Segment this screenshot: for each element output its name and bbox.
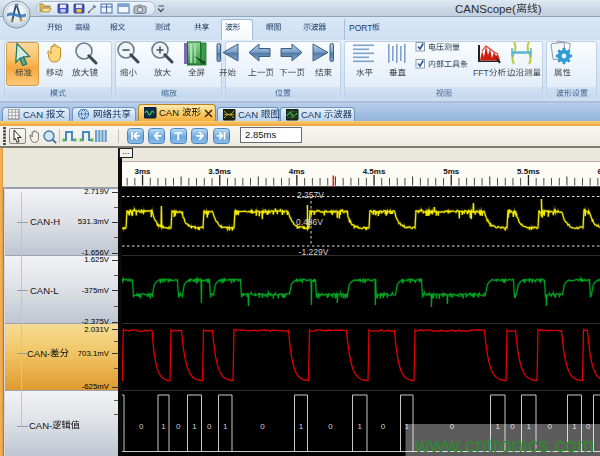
- svg-text:-1.229V: -1.229V: [298, 247, 328, 257]
- svg-text:5.5ms: 5.5ms: [517, 166, 540, 175]
- svg-text:3.5ms: 3.5ms: [208, 166, 231, 175]
- svg-text:4.5ms: 4.5ms: [362, 166, 385, 175]
- svg-text:0: 0: [328, 422, 333, 431]
- svg-text:0: 0: [206, 422, 211, 431]
- svg-text:0: 0: [380, 422, 385, 431]
- svg-text:1: 1: [192, 422, 197, 431]
- svg-text:1: 1: [161, 422, 166, 431]
- svg-text:0: 0: [138, 422, 143, 431]
- svg-text:1: 1: [222, 422, 227, 431]
- svg-text:4ms: 4ms: [288, 166, 305, 175]
- svg-text:www.cntronics.com: www.cntronics.com: [413, 433, 594, 456]
- svg-text:3ms: 3ms: [134, 166, 151, 175]
- svg-text:2.257V: 2.257V: [297, 190, 324, 200]
- svg-text:0: 0: [260, 422, 265, 431]
- svg-text:1: 1: [357, 422, 362, 431]
- svg-text:0.486V: 0.486V: [296, 217, 323, 227]
- svg-text:5ms: 5ms: [443, 166, 460, 175]
- svg-text:1: 1: [298, 422, 303, 431]
- svg-text:0: 0: [175, 422, 180, 431]
